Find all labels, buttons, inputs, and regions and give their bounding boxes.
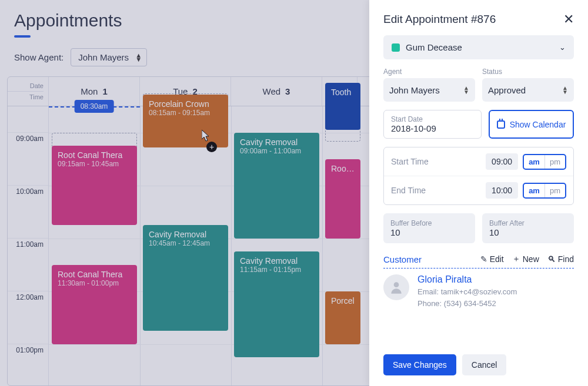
now-badge: 08:30am xyxy=(75,100,114,113)
calendar-icon xyxy=(497,120,505,129)
pencil-icon: ✎ xyxy=(480,254,487,264)
time-column: 09:00am 10:00am 11:00am 12:00am 01:00pm xyxy=(8,106,49,385)
customer-phone: Phone: (534) 634-5452 xyxy=(417,298,517,310)
event-porcelain-crown[interactable]: Porcelain Crown 08:15am - 09:15am xyxy=(143,95,228,147)
event-cavity-3[interactable]: Cavity Removal 11:15am - 01:15pm xyxy=(234,251,319,357)
service-name: Gum Decease xyxy=(406,42,462,52)
close-icon[interactable]: ✕ xyxy=(563,12,574,27)
save-button[interactable]: Save Changes xyxy=(383,354,456,375)
start-time-input[interactable]: 09:00 xyxy=(486,153,518,170)
panel-title: Edit Appointment #876 xyxy=(383,13,496,26)
customer-name[interactable]: Gloria Piralta xyxy=(417,274,517,285)
service-color-icon xyxy=(392,43,400,52)
buffer-before-input[interactable]: Buffer Before 10 xyxy=(383,213,475,243)
sort-arrows-icon: ▲▼ xyxy=(135,53,142,62)
customer-new-button[interactable]: ＋New xyxy=(512,254,539,264)
chevron-down-icon: ⌄ xyxy=(559,43,566,52)
plus-icon: ＋ xyxy=(512,254,520,264)
end-time-label: End Time xyxy=(391,186,426,195)
start-date-input[interactable]: Start Date 2018-10-09 xyxy=(383,110,482,139)
show-calendar-button[interactable]: Show Calendar xyxy=(489,110,574,139)
event-root-canal-2[interactable]: Root Canal Thera 11:30am - 01:00pm xyxy=(52,265,137,344)
search-icon: 🔍︎ xyxy=(547,254,556,264)
customer-edit-button[interactable]: ✎Edit xyxy=(480,254,504,264)
day-header-wed[interactable]: Wed3 xyxy=(231,77,322,106)
agent-label: Agent xyxy=(383,68,475,76)
avatar xyxy=(383,274,409,300)
end-time-ampm[interactable]: ampm xyxy=(523,183,566,199)
customer-find-button[interactable]: 🔍︎Find xyxy=(547,254,574,264)
edit-appointment-panel: Edit Appointment #876 ✕ Gum Decease ⌄ Ag… xyxy=(369,0,588,386)
service-select[interactable]: Gum Decease ⌄ xyxy=(383,35,574,59)
start-time-ampm[interactable]: ampm xyxy=(523,154,566,170)
svg-point-0 xyxy=(394,282,399,287)
status-label: Status xyxy=(482,68,574,76)
event-cavity-1[interactable]: Cavity Removal 09:00am - 11:00am xyxy=(234,133,319,239)
buffer-after-input[interactable]: Buffer After 10 xyxy=(482,213,574,243)
agent-filter-label: Show Agent: xyxy=(14,52,64,62)
event-tooth[interactable]: Tooth xyxy=(325,83,360,130)
event-cavity-2[interactable]: Cavity Removal 10:45am - 12:45am xyxy=(143,225,228,331)
agent-filter-select[interactable]: John Mayers ▲▼ xyxy=(71,48,147,66)
customer-email: Email: tamik+c4@soziev.com xyxy=(417,286,517,298)
title-underline xyxy=(14,35,31,38)
start-time-label: Start Time xyxy=(391,157,429,166)
agent-filter-value: John Mayers xyxy=(78,52,129,62)
event-root-canal-1[interactable]: Root Canal Thera 09:15am - 10:45am xyxy=(52,146,137,225)
cancel-button[interactable]: Cancel xyxy=(462,354,507,375)
customer-heading: Customer xyxy=(383,254,422,264)
event-root-c[interactable]: Root C xyxy=(325,159,360,239)
event-porcel[interactable]: Porcel xyxy=(325,291,360,344)
sort-arrows-icon: ▲▼ xyxy=(562,86,568,94)
time-box: Start Time 09:00 ampm End Time 10:00 amp… xyxy=(383,147,574,205)
status-select[interactable]: Approved ▲▼ xyxy=(482,78,574,102)
sort-arrows-icon: ▲▼ xyxy=(463,86,469,94)
end-time-input[interactable]: 10:00 xyxy=(486,182,518,199)
calendar-corner: Date Time xyxy=(8,77,49,106)
agent-select[interactable]: John Mayers ▲▼ xyxy=(383,78,475,102)
